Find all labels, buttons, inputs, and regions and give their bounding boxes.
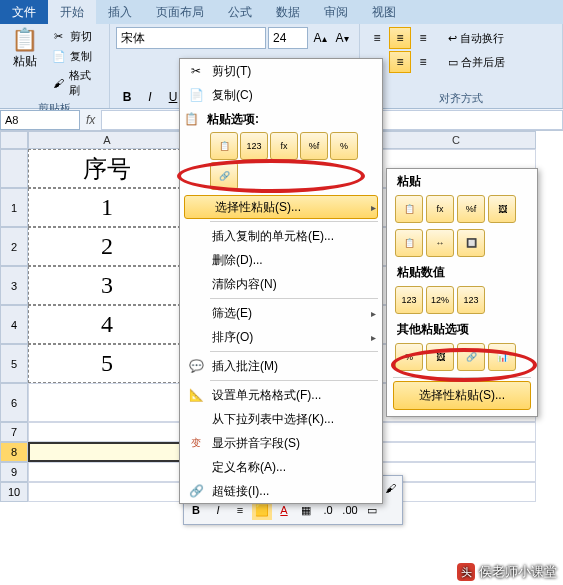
ctx-insert-copied[interactable]: 插入复制的单元格(E)... xyxy=(180,224,382,248)
sub-paste-formulas-fmt[interactable]: %f xyxy=(457,195,485,223)
row-header[interactable]: 5 xyxy=(0,344,28,383)
cell-selected[interactable] xyxy=(28,442,186,462)
row-header[interactable]: 3 xyxy=(0,266,28,305)
sub-paste-pic[interactable]: 🖼 xyxy=(426,343,454,371)
align-top-button[interactable]: ≡ xyxy=(366,27,388,49)
paste-button[interactable]: 📋 粘贴 xyxy=(6,27,44,99)
clipboard-icon: 📋 xyxy=(184,112,199,126)
tab-layout[interactable]: 页面布局 xyxy=(144,0,216,24)
ctx-sort[interactable]: 排序(O)▸ xyxy=(180,325,382,349)
row-header[interactable]: 10 xyxy=(0,482,28,502)
ctx-define-name[interactable]: 定义名称(A)... xyxy=(180,455,382,479)
name-box[interactable] xyxy=(0,110,80,130)
cell[interactable]: 1 xyxy=(28,188,186,227)
align-bottom-button[interactable]: ≡ xyxy=(412,27,434,49)
font-name-select[interactable] xyxy=(116,27,266,49)
align-right-button[interactable]: ≡ xyxy=(412,51,434,73)
sub-paste-noborder[interactable]: 📋 xyxy=(395,229,423,257)
copy-icon: 📄 xyxy=(51,48,67,64)
ctx-clear[interactable]: 清除内容(N) xyxy=(180,272,382,296)
ctx-copy[interactable]: 📄复制(C) xyxy=(180,83,382,107)
cell[interactable] xyxy=(28,422,186,442)
sub-paste-values-num[interactable]: 12% xyxy=(426,286,454,314)
sub-paste-values-src[interactable]: 123 xyxy=(457,286,485,314)
copy-icon: 📄 xyxy=(184,85,208,105)
paste-opt-all[interactable]: 📋 xyxy=(210,132,238,160)
cell[interactable] xyxy=(376,442,536,462)
merge-center-button[interactable]: ▭合并后居 xyxy=(448,51,505,73)
col-header-c[interactable]: C xyxy=(376,131,536,149)
cell[interactable] xyxy=(28,383,186,422)
chevron-right-icon: ▸ xyxy=(371,332,376,343)
ctx-filter[interactable]: 筛选(E)▸ xyxy=(180,301,382,325)
align-center-button[interactable]: ≡ xyxy=(389,51,411,73)
wrap-text-button[interactable]: ↩自动换行 xyxy=(448,27,504,49)
sub-paste-transpose[interactable]: 🔲 xyxy=(457,229,485,257)
font-size-select[interactable] xyxy=(268,27,308,49)
watermark: 头 侯老师小课堂 xyxy=(457,563,557,581)
chevron-right-icon: ▸ xyxy=(371,308,376,319)
paste-opt-values[interactable]: 123 xyxy=(240,132,268,160)
sub-paste-all[interactable]: 📋 xyxy=(395,195,423,223)
tab-review[interactable]: 审阅 xyxy=(312,0,360,24)
row-header[interactable]: 9 xyxy=(0,462,28,482)
sub-paste-values[interactable]: 123 xyxy=(395,286,423,314)
fx-icon[interactable]: fx xyxy=(80,113,101,127)
italic-button[interactable]: I xyxy=(139,86,161,108)
ctx-delete[interactable]: 删除(D)... xyxy=(180,248,382,272)
ctx-dropdown-select[interactable]: 从下拉列表中选择(K)... xyxy=(180,407,382,431)
select-all-corner[interactable] xyxy=(0,131,28,149)
copy-button[interactable]: 📄复制 xyxy=(48,47,103,65)
cell[interactable] xyxy=(28,462,186,482)
cell[interactable]: 2 xyxy=(28,227,186,266)
mini-brush[interactable]: 🖌 xyxy=(380,478,400,498)
cell[interactable] xyxy=(376,422,536,442)
ctx-hyperlink[interactable]: 🔗超链接(I)... xyxy=(180,479,382,503)
row-header[interactable] xyxy=(0,149,28,188)
tab-insert[interactable]: 插入 xyxy=(96,0,144,24)
sub-paste-fmt[interactable]: % xyxy=(395,343,423,371)
row-header[interactable]: 1 xyxy=(0,188,28,227)
cell[interactable]: 5 xyxy=(28,344,186,383)
row-header[interactable]: 6 xyxy=(0,383,28,422)
chevron-right-icon: ▸ xyxy=(371,202,376,213)
row-header[interactable]: 4 xyxy=(0,305,28,344)
tab-data[interactable]: 数据 xyxy=(264,0,312,24)
format-painter-button[interactable]: 🖌格式刷 xyxy=(48,67,103,99)
tab-view[interactable]: 视图 xyxy=(360,0,408,24)
paste-opt-link[interactable]: 🔗 xyxy=(210,162,238,190)
row-header[interactable]: 7 xyxy=(0,422,28,442)
sub-paste-linked-pic[interactable]: 📊 xyxy=(488,343,516,371)
ctx-paste-special[interactable]: 选择性粘贴(S)...▸ xyxy=(184,195,378,219)
sub-paste-formulas[interactable]: fx xyxy=(426,195,454,223)
paste-label: 粘贴 xyxy=(13,53,37,70)
ctx-pinyin[interactable]: 变显示拼音字段(S) xyxy=(180,431,382,455)
paste-opt-formulas[interactable]: fx xyxy=(270,132,298,160)
sub-paste-keep-src[interactable]: 🖼 xyxy=(488,195,516,223)
ctx-format-cells[interactable]: 📐设置单元格格式(F)... xyxy=(180,383,382,407)
align-middle-button[interactable]: ≡ xyxy=(389,27,411,49)
sub-paste-link[interactable]: 🔗 xyxy=(457,343,485,371)
bold-button[interactable]: B xyxy=(116,86,138,108)
cell[interactable]: 3 xyxy=(28,266,186,305)
paste-opt-transpose[interactable]: %f xyxy=(300,132,328,160)
cell[interactable] xyxy=(28,482,186,502)
cell[interactable]: 4 xyxy=(28,305,186,344)
row-header[interactable]: 8 xyxy=(0,442,28,462)
format-icon: 📐 xyxy=(184,385,208,405)
decrease-font-button[interactable]: A▾ xyxy=(332,28,352,48)
tab-home[interactable]: 开始 xyxy=(48,0,96,24)
cell[interactable]: 序号 xyxy=(28,149,186,188)
sub-paste-special-item[interactable]: 选择性粘贴(S)... xyxy=(393,381,531,410)
ctx-cut[interactable]: ✂剪切(T) xyxy=(180,59,382,83)
tab-file[interactable]: 文件 xyxy=(0,0,48,24)
tab-formula[interactable]: 公式 xyxy=(216,0,264,24)
increase-font-button[interactable]: A▴ xyxy=(310,28,330,48)
sub-paste-colwidth[interactable]: ↔ xyxy=(426,229,454,257)
paste-opt-formatting[interactable]: % xyxy=(330,132,358,160)
cut-button[interactable]: ✂剪切 xyxy=(48,27,103,45)
ctx-insert-comment[interactable]: 💬插入批注(M) xyxy=(180,354,382,378)
row-header[interactable]: 2 xyxy=(0,227,28,266)
col-header-a[interactable]: A xyxy=(28,131,186,149)
sub-paste-header: 粘贴 xyxy=(387,169,537,192)
